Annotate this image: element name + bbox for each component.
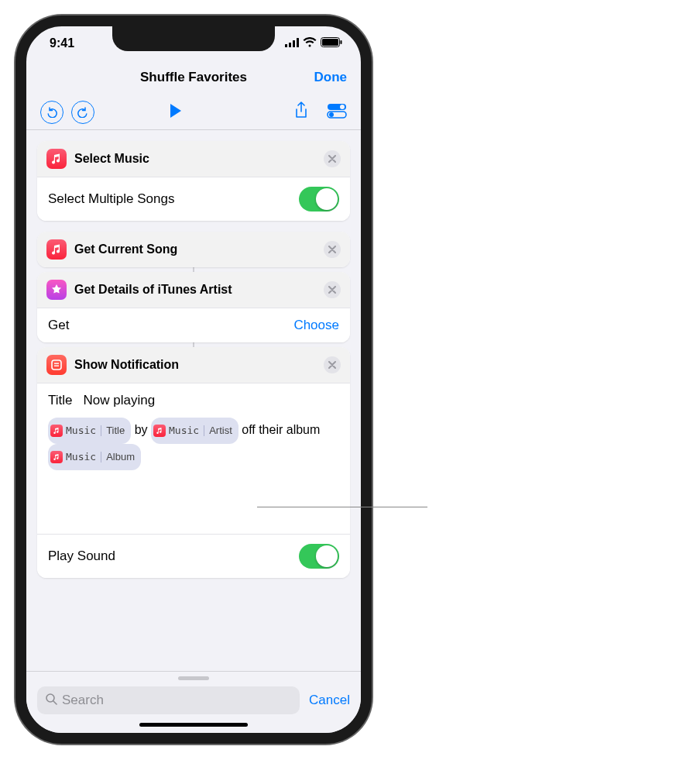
search-input[interactable]: Search [37, 686, 300, 714]
title-field-label: Title [48, 393, 73, 408]
notification-app-icon [46, 355, 67, 375]
svg-rect-11 [52, 360, 61, 370]
svg-rect-5 [322, 39, 338, 46]
notch [112, 26, 275, 51]
variable-token-music-album[interactable]: Music Album [48, 444, 141, 470]
callout-line [257, 507, 427, 507]
action-show-notification[interactable]: Show Notification Title Now playing Musi… [37, 347, 350, 578]
music-app-icon [46, 149, 67, 169]
get-label: Get [48, 318, 69, 333]
variable-token-music-title[interactable]: Music Title [48, 418, 131, 444]
svg-rect-3 [297, 38, 299, 47]
select-multiple-switch[interactable] [299, 187, 339, 211]
title-field-value[interactable]: Now playing [84, 393, 156, 408]
svg-point-10 [329, 112, 334, 117]
itunes-app-icon [46, 280, 67, 300]
status-time: 9:41 [50, 36, 74, 50]
action-title: Get Current Song [74, 242, 316, 256]
remove-action-button[interactable] [324, 356, 341, 373]
cellular-icon [285, 36, 299, 50]
remove-action-button[interactable] [324, 241, 341, 258]
action-itunes-artist-details[interactable]: Get Details of iTunes Artist Get Choose [37, 272, 350, 342]
action-title: Get Details of iTunes Artist [74, 283, 316, 297]
nav-bar: Shuffle Favorites Done [26, 60, 361, 95]
toolbar [26, 95, 361, 130]
side-button [370, 224, 372, 301]
search-placeholder: Search [62, 693, 104, 708]
notification-body-field[interactable]: Music Title by Music Artist off their al… [48, 418, 339, 524]
home-indicator[interactable] [139, 723, 248, 727]
action-select-music[interactable]: Select Music Select Multiple Songs [37, 141, 350, 221]
phone-frame: 9:41 Shuffle Favorites Done [15, 15, 372, 744]
done-button[interactable]: Done [314, 70, 348, 85]
remove-action-button[interactable] [324, 281, 341, 298]
svg-point-8 [340, 105, 345, 109]
action-title: Show Notification [74, 358, 316, 372]
redo-button[interactable] [71, 101, 94, 124]
page-title: Shuffle Favorites [140, 70, 247, 85]
music-app-icon [46, 239, 67, 260]
select-multiple-label: Select Multiple Songs [48, 191, 174, 207]
action-title: Select Music [74, 152, 316, 166]
body-text: by [131, 423, 151, 436]
side-button [370, 166, 372, 212]
variable-token-music-artist[interactable]: Music Artist [151, 418, 238, 444]
svg-rect-1 [289, 43, 291, 47]
svg-rect-0 [285, 44, 287, 47]
remove-action-button[interactable] [324, 150, 341, 167]
choose-button[interactable]: Choose [293, 318, 339, 333]
workflow-area[interactable]: Select Music Select Multiple Songs Get C… [26, 130, 361, 578]
settings-toggles-button[interactable] [327, 103, 347, 122]
svg-rect-12 [54, 363, 59, 364]
body-text: off their album [238, 423, 321, 436]
play-sound-switch[interactable] [299, 544, 339, 569]
svg-rect-13 [54, 366, 59, 366]
cancel-button[interactable]: Cancel [309, 693, 350, 708]
svg-rect-6 [341, 40, 342, 44]
play-button[interactable] [169, 103, 183, 122]
svg-rect-2 [293, 40, 295, 47]
battery-icon [321, 36, 342, 50]
svg-line-15 [53, 701, 57, 704]
action-get-current-song[interactable]: Get Current Song [37, 232, 350, 267]
drawer-grabber[interactable] [178, 676, 209, 680]
share-button[interactable] [294, 101, 308, 123]
search-icon [45, 693, 57, 709]
undo-button[interactable] [40, 101, 63, 124]
play-sound-label: Play Sound [48, 549, 115, 564]
wifi-icon [303, 36, 317, 50]
